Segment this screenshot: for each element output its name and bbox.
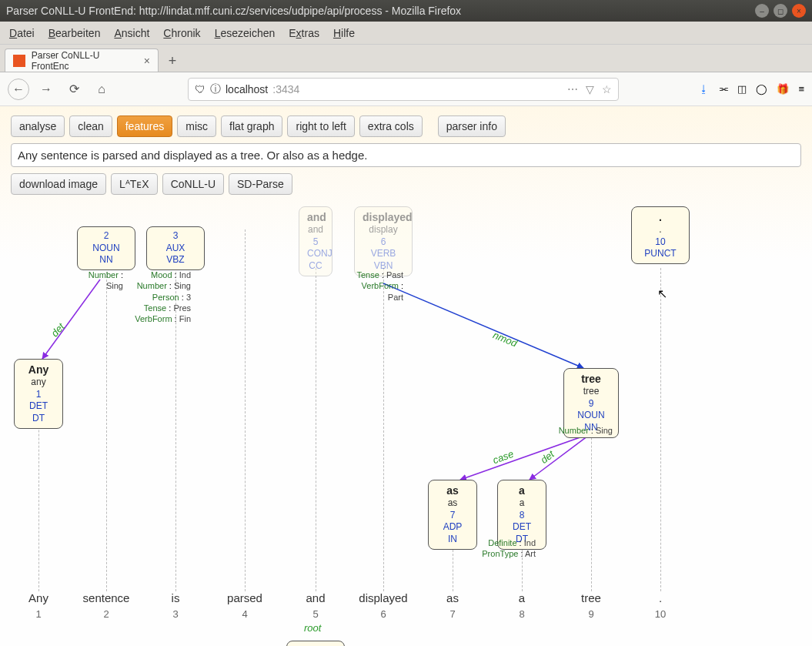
token-word: is — [145, 591, 206, 604]
menu-help[interactable]: Hilfe — [333, 27, 355, 39]
feats-tree: Number : Sing — [554, 425, 613, 436]
edge-label-nmod: nmod — [491, 329, 519, 349]
token-word: parsed — [214, 591, 276, 604]
downloads-icon[interactable]: ⭳ — [699, 83, 709, 95]
extracols-button[interactable]: extra cols — [359, 115, 423, 137]
window-title: Parser CoNLL-U FrontEnd: http://lindat.m… — [6, 5, 461, 17]
token-idx: 2 — [75, 608, 137, 620]
feats-a: Definite : Ind PronType : Art — [477, 537, 536, 560]
node-as[interactable]: as as 7 ADP IN — [428, 480, 477, 550]
browser-navbar: ← → ⟳ ⌂ 🛡 ⓘ localhost:3434 ⋯ ▽ ☆ ⭳ ⫘ ◫ ◯… — [0, 72, 812, 106]
window-close-button[interactable]: × — [792, 4, 806, 18]
rtl-button[interactable]: right to left — [287, 115, 354, 137]
token-word: and — [285, 591, 346, 604]
node-and[interactable]: and and 5 CONJ CC — [299, 206, 332, 276]
new-tab-button[interactable]: + — [162, 50, 183, 72]
favicon-icon — [13, 55, 25, 67]
clean-button[interactable]: clean — [69, 115, 112, 137]
token-idx: 7 — [422, 608, 483, 620]
node-hedge[interactable]: hedge hedge 5 NOUN NN — [286, 641, 345, 646]
misc-button[interactable]: misc — [177, 115, 216, 137]
browser-menubar: Datei Bearbeiten Ansicht Chronik Lesezei… — [0, 22, 812, 45]
edge-label-det2: det — [538, 448, 556, 466]
token-word: Any — [8, 591, 69, 604]
info-icon: ⓘ — [210, 82, 221, 96]
svg-line-1 — [383, 283, 583, 368]
menu-history[interactable]: Chronik — [163, 27, 200, 39]
analyse-button[interactable]: analyse — [11, 115, 65, 137]
tab-label: Parser CoNLL-U FrontEnc — [32, 50, 138, 72]
node-displayed[interactable]: displayed display 6 VERB VBN — [354, 206, 413, 276]
token-word: tree — [560, 591, 622, 604]
token-word: a — [491, 591, 553, 604]
shield-icon: 🛡 — [195, 83, 206, 95]
token-idx: 5 — [285, 608, 346, 620]
bookmark-star-icon[interactable]: ☆ — [602, 83, 612, 95]
back-button[interactable]: ← — [8, 79, 29, 100]
window-maximize-button[interactable]: ◻ — [774, 4, 787, 18]
svg-line-2 — [460, 433, 591, 480]
library-icon[interactable]: ⫘ — [718, 83, 728, 95]
reload-button[interactable]: ⟳ — [63, 79, 85, 100]
menu-bookmarks[interactable]: Lesezeichen — [215, 27, 276, 39]
parse-diagram: det nmod case det root 2 NOUN NN 3 AUX V… — [0, 176, 812, 646]
token-word: displayed — [353, 591, 414, 604]
feats-displayed: Tense : Past VerbForm : Part — [345, 269, 403, 303]
reader-icon[interactable]: ▽ — [586, 83, 594, 95]
edge-label-det: det — [48, 321, 66, 339]
toolbar-row-1: analyse clean features misc flat graph r… — [0, 106, 812, 143]
node-is[interactable]: 3 AUX VBZ — [146, 226, 205, 270]
browser-tab[interactable]: Parser CoNLL-U FrontEnc × — [5, 49, 159, 72]
token-idx: 9 — [560, 608, 622, 620]
tab-close-icon[interactable]: × — [144, 55, 150, 67]
hamburger-icon[interactable]: ≡ — [798, 83, 804, 95]
account-icon[interactable]: ◯ — [756, 83, 767, 95]
feats-is: Mood : Ind Number : Sing Person : 3 Tens… — [132, 269, 191, 324]
url-host: localhost — [226, 83, 268, 95]
url-bar[interactable]: 🛡 ⓘ localhost:3434 ⋯ ▽ ☆ — [188, 78, 619, 101]
dotline — [660, 268, 661, 591]
more-icon[interactable]: ⋯ — [567, 83, 578, 95]
menu-extras[interactable]: Extras — [289, 27, 319, 39]
window-titlebar: Parser CoNLL-U FrontEnd: http://lindat.m… — [0, 0, 812, 22]
sentence-input[interactable]: Any sentence is parsed and displayed as … — [11, 143, 801, 167]
node-any[interactable]: Any any 1 DET DT — [14, 359, 63, 429]
token-idx: 6 — [353, 608, 414, 620]
edge-label-case: case — [491, 448, 515, 466]
sidebar-icon[interactable]: ◫ — [737, 83, 747, 95]
cursor-icon: ↖ — [657, 286, 667, 301]
token-word: . — [630, 591, 691, 604]
dotline — [316, 268, 316, 591]
menu-edit[interactable]: Bearbeiten — [48, 27, 101, 39]
token-idx: 4 — [214, 608, 276, 620]
home-button[interactable]: ⌂ — [91, 79, 112, 100]
token-idx: 10 — [630, 608, 691, 620]
token-idx: 1 — [8, 608, 69, 620]
token-idx: 3 — [145, 608, 206, 620]
dotline — [106, 268, 107, 591]
gift-icon[interactable]: 🎁 — [777, 83, 789, 95]
parserinfo-button[interactable]: parser info — [438, 115, 506, 137]
page-content: analyse clean features misc flat graph r… — [0, 106, 812, 646]
url-port: :3434 — [272, 83, 299, 95]
dotline — [383, 268, 384, 591]
menu-file[interactable]: Datei — [9, 27, 35, 39]
edge-label-root: root — [304, 622, 321, 634]
flatgraph-button[interactable]: flat graph — [221, 115, 282, 137]
feats-sentence: Number : Sing — [69, 269, 123, 292]
node-sentence[interactable]: 2 NOUN NN — [77, 226, 135, 270]
sentence-text: Any sentence is parsed and displayed as … — [18, 149, 367, 162]
window-minimize-button[interactable]: – — [755, 4, 769, 18]
dotline — [245, 229, 246, 591]
token-idx: 8 — [491, 608, 553, 620]
forward-button[interactable]: → — [35, 79, 57, 100]
token-word: sentence — [75, 591, 137, 604]
menu-view[interactable]: Ansicht — [114, 27, 149, 39]
token-word: as — [422, 591, 483, 604]
browser-tabbar: Parser CoNLL-U FrontEnc × + — [0, 45, 812, 72]
features-button[interactable]: features — [117, 115, 173, 137]
node-punct[interactable]: . . 10 PUNCT — [631, 206, 690, 264]
